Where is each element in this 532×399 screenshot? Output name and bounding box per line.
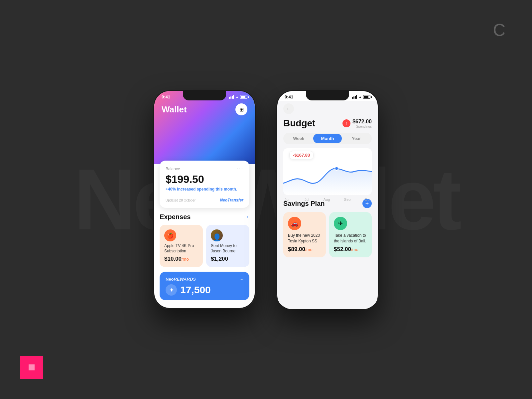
balance-label: Balance — [166, 167, 180, 171]
rewards-star-icon: ✦ — [166, 284, 177, 296]
appletv-price: $10.00/mo — [164, 256, 198, 262]
tesla-price: $89.00/mo — [288, 246, 321, 253]
savings-card-bali[interactable]: ✈ Take a vacation to the islands of Bali… — [329, 212, 372, 257]
budget-amount-text: $672.00 Spendings — [352, 119, 372, 128]
balance-label-row: Balance ··· — [166, 166, 243, 172]
wifi-icon-right: ▲ — [358, 95, 362, 99]
rewards-card: NeoREWARDS ··· ✦ 17,500 — [160, 272, 249, 300]
bali-desc: Take a vacation to the islands of Bali. — [334, 233, 367, 244]
status-icons-left: ▲ — [229, 95, 247, 99]
appletv-icon: 🍎 — [164, 229, 176, 241]
rewards-amount-row: ✦ 17,500 — [166, 284, 243, 296]
status-icons-right: ▲ — [352, 95, 370, 99]
side-button-silent — [153, 126, 153, 136]
rewards-label: NeoREWARDS — [166, 277, 196, 282]
chart-label-aug: Aug — [324, 198, 330, 201]
rewards-menu-dots[interactable]: ··· — [239, 276, 243, 282]
wifi-icon: ▲ — [235, 95, 239, 99]
signal-icon-right — [352, 95, 357, 99]
signal-icon — [229, 95, 234, 99]
balance-change: +40% Increased spending this month. — [166, 187, 243, 192]
budget-chart: -$167.83 — [283, 148, 372, 195]
expense-card-appletv[interactable]: 🍎 Apple TV 4K Pro Subscription $10.00/mo — [160, 225, 203, 267]
side-button-vol-down — [153, 165, 153, 183]
tab-week[interactable]: Week — [284, 134, 313, 143]
balance-updated: Updated 28 October — [166, 199, 196, 202]
expense-cards: 🍎 Apple TV 4K Pro Subscription $10.00/mo… — [160, 225, 249, 267]
savings-section: Savings Plan + 🚗 Buy the new 2020 Tesla … — [277, 195, 378, 260]
chart-label-jul: Jul — [305, 198, 309, 201]
brand-logo-inner — [29, 364, 35, 370]
battery-fill — [241, 96, 245, 98]
balance-menu-dots[interactable]: ··· — [237, 166, 243, 172]
expenses-title: Expenses — [160, 213, 191, 221]
budget-tabs: Week Month Year — [283, 133, 372, 144]
notch-right — [306, 91, 349, 100]
phone-budget: 9:41 ▲ ← — [276, 90, 379, 309]
balance-change-text: Increased spending this month. — [177, 187, 237, 192]
appletv-name: Apple TV 4K Pro Subscription — [164, 243, 198, 254]
svg-point-0 — [335, 167, 338, 171]
side-button-vol-up-right — [276, 141, 276, 160]
tab-year[interactable]: Year — [342, 134, 371, 143]
brand-logo — [20, 356, 43, 379]
chart-tooltip: -$167.83 — [289, 151, 314, 159]
jason-avatar — [211, 229, 223, 241]
tesla-icon: 🚗 — [288, 217, 301, 230]
savings-cards: 🚗 Buy the new 2020 Tesla Kypton SS $89.0… — [283, 212, 372, 257]
bali-price: $52.00/mo — [334, 246, 367, 253]
budget-header: ← — [277, 101, 378, 118]
tab-month[interactable]: Month — [313, 134, 342, 143]
balance-card: Balance ··· $199.50 +40% Increased spend… — [160, 161, 249, 208]
budget-amount-label: Spendings — [352, 125, 372, 128]
battery-icon-right — [363, 95, 370, 99]
neo-transfer-link[interactable]: NeoTransfer — [220, 198, 243, 202]
bali-icon: ✈ — [334, 217, 347, 230]
side-button-vol-down-right — [276, 165, 276, 183]
rewards-header: NeoREWARDS ··· — [166, 276, 243, 282]
side-button-power-right — [379, 136, 379, 156]
logo-icon: C — [493, 20, 505, 40]
status-time-right: 9:41 — [285, 94, 293, 99]
rewards-amount-value: 17,500 — [180, 284, 211, 296]
status-time-left: 9:41 — [162, 94, 170, 99]
expenses-header: Expenses → — [160, 213, 249, 221]
budget-amount-value: $672.00 — [352, 119, 372, 125]
savings-card-tesla[interactable]: 🚗 Buy the new 2020 Tesla Kypton SS $89.0… — [283, 212, 326, 257]
budget-title-row: Budget ↑ $672.00 Spendings — [277, 118, 378, 133]
chart-label-sep: Sep — [344, 198, 351, 201]
side-button-power — [256, 136, 256, 156]
budget-title: Budget — [283, 118, 315, 129]
back-button[interactable]: ← — [283, 103, 294, 114]
tesla-desc: Buy the new 2020 Tesla Kypton SS — [288, 233, 321, 244]
wallet-title: Wallet — [162, 104, 187, 115]
qr-button[interactable]: ⊞ — [235, 103, 247, 115]
transfer-price: $1,200 — [211, 256, 245, 262]
side-button-vol-up — [153, 141, 153, 160]
battery-icon — [240, 95, 247, 99]
budget-amount-badge: ↑ $672.00 Spendings — [342, 119, 372, 128]
phone-wallet: 9:41 ▲ Wallet ⊞ — [153, 90, 256, 309]
phones-container: 9:41 ▲ Wallet ⊞ — [153, 90, 379, 309]
chart-label-jun: Jun — [285, 198, 291, 201]
expenses-section: Expenses → 🍎 Apple TV 4K Pro Subscriptio… — [154, 208, 255, 270]
phone-budget-screen: 9:41 ▲ ← — [277, 91, 378, 309]
transfer-name: Sent Money to Jason Bourne — [211, 243, 245, 254]
balance-footer: Updated 28 October NeoTransfer — [166, 195, 243, 202]
side-button-silent-right — [276, 126, 276, 136]
spending-up-icon: ↑ — [342, 119, 350, 127]
chart-labels: Jun Jul Aug Sep Oct — [283, 196, 372, 201]
wallet-header: Wallet ⊞ — [154, 101, 255, 121]
balance-change-percent: +40% — [166, 187, 176, 192]
phone-wallet-screen: 9:41 ▲ Wallet ⊞ — [154, 91, 255, 308]
expenses-arrow[interactable]: → — [243, 213, 249, 220]
expense-card-transfer[interactable]: Sent Money to Jason Bourne $1,200 — [206, 225, 249, 267]
balance-amount: $199.50 — [166, 173, 243, 186]
notch-left — [183, 91, 226, 100]
chart-label-oct: Oct — [365, 198, 370, 201]
